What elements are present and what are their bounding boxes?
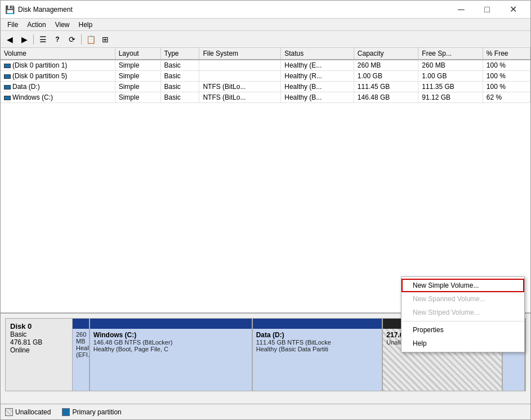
cell-freeSpace: 91.12 GB bbox=[418, 92, 483, 103]
table-row[interactable]: (Disk 0 partition 1)SimpleBasicHealthy (… bbox=[1, 60, 530, 71]
cell-fileSystem: NTFS (BitLo... bbox=[199, 82, 281, 92]
legend-unallocated: Unallocated bbox=[5, 408, 51, 416]
legend: Unallocated Primary partition bbox=[1, 404, 530, 419]
cell-freeSpace: 260 MB bbox=[418, 60, 483, 71]
window-title: Disk Management bbox=[18, 6, 448, 14]
partition-info-2: Healthy (Basic Data Partiti bbox=[256, 346, 379, 352]
context-menu: New Simple Volume...New Spanned Volume..… bbox=[401, 276, 525, 352]
table-row[interactable]: Windows (C:)SimpleBasicNTFS (BitLo...Hea… bbox=[1, 92, 530, 103]
partition-header-0 bbox=[73, 319, 89, 329]
partition-name-1: Windows (C:) bbox=[93, 331, 248, 339]
toolbar-separator-1 bbox=[33, 34, 34, 44]
cell-pctFree: 100 % bbox=[483, 71, 530, 82]
disk-name: Disk 0 bbox=[10, 322, 68, 330]
col-volume[interactable]: Volume bbox=[1, 48, 115, 60]
disk-volume-icon bbox=[4, 96, 11, 100]
partition-body-0: 260 MBHealthy (EFI...) bbox=[73, 329, 89, 391]
context-menu-item-5[interactable]: Help bbox=[401, 337, 524, 350]
toolbar: ◀ ▶ ☰ ? ⟳ 📋 ⊞ bbox=[1, 31, 530, 48]
legend-unallocated-box bbox=[5, 408, 13, 416]
context-menu-item-1: New Spanned Volume... bbox=[401, 292, 524, 306]
volume-list-area: Volume Layout Type File System Status Ca… bbox=[1, 48, 530, 314]
context-menu-separator bbox=[401, 321, 524, 321]
cell-fileSystem bbox=[199, 71, 281, 82]
forward-button[interactable]: ▶ bbox=[17, 33, 31, 46]
title-bar: 💾 Disk Management ─ □ ✕ bbox=[1, 1, 530, 19]
menu-view[interactable]: View bbox=[51, 20, 74, 30]
context-menu-item-0[interactable]: New Simple Volume... bbox=[401, 279, 524, 292]
disk-volume-icon bbox=[4, 64, 11, 68]
table-row[interactable]: Data (D:)SimpleBasicNTFS (BitLo...Health… bbox=[1, 82, 530, 92]
disk-partition-1[interactable]: Windows (C:)146.48 GB NTFS (BitLocker)He… bbox=[90, 319, 253, 391]
disk-size: 476.81 GB bbox=[10, 338, 68, 346]
partition-body-1: Windows (C:)146.48 GB NTFS (BitLocker)He… bbox=[90, 329, 252, 391]
properties-button[interactable]: 📋 bbox=[84, 33, 97, 46]
partition-size-1: 146.48 GB NTFS (BitLocker) bbox=[93, 339, 248, 346]
cell-status: Healthy (R... bbox=[281, 71, 354, 82]
main-content: Volume Layout Type File System Status Ca… bbox=[1, 48, 530, 419]
partition-body-2: Data (D:)111.45 GB NTFS (BitLockeHealthy… bbox=[253, 329, 382, 391]
disk-status: Online bbox=[10, 346, 68, 354]
partition-size-0: 260 MB bbox=[76, 331, 86, 345]
cell-volume: Windows (C:) bbox=[1, 92, 115, 103]
cell-volume: (Disk 0 partition 1) bbox=[1, 60, 115, 71]
col-freespace[interactable]: Free Sp... bbox=[418, 48, 483, 60]
context-menu-item-4[interactable]: Properties bbox=[401, 323, 524, 337]
cell-capacity: 260 MB bbox=[354, 60, 418, 71]
partition-header-2 bbox=[253, 319, 382, 329]
toolbar-separator-2 bbox=[81, 34, 82, 44]
partition-info-1: Healthy (Boot, Page File, C bbox=[93, 346, 248, 352]
partition-name-2: Data (D:) bbox=[256, 331, 379, 339]
detail-button[interactable]: ⊞ bbox=[99, 33, 112, 46]
cell-capacity: 146.48 GB bbox=[354, 92, 418, 103]
col-capacity[interactable]: Capacity bbox=[354, 48, 418, 60]
window-controls: ─ □ ✕ bbox=[448, 1, 526, 19]
disk-partition-0[interactable]: 260 MBHealthy (EFI...) bbox=[73, 319, 90, 391]
back-button[interactable]: ◀ bbox=[3, 33, 16, 46]
cell-fileSystem bbox=[199, 60, 281, 71]
cell-volume: (Disk 0 partition 5) bbox=[1, 71, 115, 82]
legend-unallocated-label: Unallocated bbox=[15, 408, 51, 416]
disk-type: Basic bbox=[10, 330, 68, 338]
context-menu-item-2: New Striped Volume... bbox=[401, 306, 524, 319]
refresh-button[interactable]: ⟳ bbox=[65, 33, 79, 46]
legend-primary-box bbox=[62, 408, 70, 416]
cell-layout: Simple bbox=[115, 71, 160, 82]
cell-freeSpace: 1.00 GB bbox=[418, 71, 483, 82]
cell-capacity: 111.45 GB bbox=[354, 82, 418, 92]
minimize-button[interactable]: ─ bbox=[448, 1, 474, 19]
col-layout[interactable]: Layout bbox=[115, 48, 160, 60]
partition-header-1 bbox=[90, 319, 252, 329]
cell-capacity: 1.00 GB bbox=[354, 71, 418, 82]
cell-pctFree: 62 % bbox=[483, 92, 530, 103]
disk-label: Disk 0 Basic 476.81 GB Online bbox=[5, 318, 73, 391]
legend-primary-label: Primary partition bbox=[72, 408, 121, 416]
cell-status: Healthy (B... bbox=[281, 92, 354, 103]
list-button[interactable]: ☰ bbox=[36, 33, 50, 46]
volume-table: Volume Layout Type File System Status Ca… bbox=[1, 48, 530, 103]
cell-layout: Simple bbox=[115, 60, 160, 71]
maximize-button[interactable]: □ bbox=[474, 1, 500, 19]
menu-file[interactable]: File bbox=[3, 20, 23, 30]
cell-type: Basic bbox=[160, 71, 199, 82]
cell-status: Healthy (B... bbox=[281, 82, 354, 92]
col-type[interactable]: Type bbox=[160, 48, 199, 60]
partition-info-0: Healthy (EFI...) bbox=[76, 345, 86, 358]
table-row[interactable]: (Disk 0 partition 5)SimpleBasicHealthy (… bbox=[1, 71, 530, 82]
col-filesystem[interactable]: File System bbox=[199, 48, 281, 60]
table-header-row: Volume Layout Type File System Status Ca… bbox=[1, 48, 530, 60]
menu-action[interactable]: Action bbox=[23, 20, 50, 30]
cell-status: Healthy (E... bbox=[281, 60, 354, 71]
cell-pctFree: 100 % bbox=[483, 82, 530, 92]
menu-help[interactable]: Help bbox=[74, 20, 97, 30]
main-window: 💾 Disk Management ─ □ ✕ File Action View… bbox=[0, 0, 531, 420]
close-button[interactable]: ✕ bbox=[500, 1, 526, 19]
disk-volume-icon bbox=[4, 85, 11, 90]
disk-partition-2[interactable]: Data (D:)111.45 GB NTFS (BitLockeHealthy… bbox=[253, 319, 383, 391]
col-pctfree[interactable]: % Free bbox=[483, 48, 530, 60]
col-status[interactable]: Status bbox=[281, 48, 354, 60]
legend-primary: Primary partition bbox=[62, 408, 121, 416]
help-button[interactable]: ? bbox=[51, 33, 64, 46]
app-icon: 💾 bbox=[5, 5, 15, 14]
cell-type: Basic bbox=[160, 92, 199, 103]
